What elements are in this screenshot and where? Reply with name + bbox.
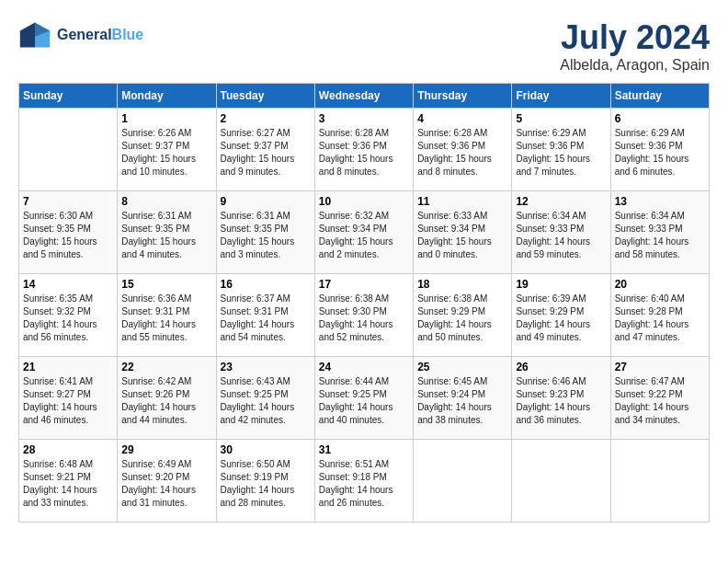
day-cell: 22Sunrise: 6:42 AMSunset: 9:26 PMDayligh… bbox=[118, 357, 216, 440]
day-number: 17 bbox=[319, 278, 409, 291]
day-cell: 11Sunrise: 6:33 AMSunset: 9:34 PMDayligh… bbox=[414, 191, 512, 274]
day-number: 18 bbox=[417, 278, 507, 291]
calendar-table: SundayMondayTuesdayWednesdayThursdayFrid… bbox=[18, 83, 710, 523]
header-row: SundayMondayTuesdayWednesdayThursdayFrid… bbox=[19, 84, 710, 109]
day-info: Sunrise: 6:32 AMSunset: 9:34 PMDaylight:… bbox=[319, 210, 409, 261]
logo-general: General bbox=[57, 27, 112, 42]
day-info: Sunrise: 6:34 AMSunset: 9:33 PMDaylight:… bbox=[516, 210, 606, 261]
day-number: 4 bbox=[417, 112, 507, 125]
day-number: 5 bbox=[516, 112, 606, 125]
day-number: 10 bbox=[319, 195, 409, 208]
day-info: Sunrise: 6:41 AMSunset: 9:27 PMDaylight:… bbox=[23, 375, 113, 427]
day-cell bbox=[414, 440, 512, 523]
day-cell: 10Sunrise: 6:32 AMSunset: 9:34 PMDayligh… bbox=[314, 191, 413, 274]
day-info: Sunrise: 6:47 AMSunset: 9:22 PMDaylight:… bbox=[615, 375, 705, 427]
day-number: 13 bbox=[615, 195, 705, 208]
week-row-3: 14Sunrise: 6:35 AMSunset: 9:32 PMDayligh… bbox=[19, 274, 710, 357]
day-info: Sunrise: 6:43 AMSunset: 9:25 PMDaylight:… bbox=[221, 375, 311, 427]
day-info: Sunrise: 6:38 AMSunset: 9:29 PMDaylight:… bbox=[417, 293, 507, 344]
day-info: Sunrise: 6:31 AMSunset: 9:35 PMDaylight:… bbox=[221, 210, 311, 261]
day-number: 20 bbox=[615, 278, 705, 291]
location-title: Albelda, Aragon, Spain bbox=[560, 57, 710, 74]
day-cell: 26Sunrise: 6:46 AMSunset: 9:23 PMDayligh… bbox=[512, 357, 610, 440]
week-row-5: 28Sunrise: 6:48 AMSunset: 9:21 PMDayligh… bbox=[19, 440, 710, 523]
day-number: 19 bbox=[516, 278, 606, 291]
day-info: Sunrise: 6:39 AMSunset: 9:29 PMDaylight:… bbox=[516, 293, 606, 344]
day-number: 6 bbox=[615, 112, 705, 125]
day-cell: 15Sunrise: 6:36 AMSunset: 9:31 PMDayligh… bbox=[118, 274, 216, 357]
day-number: 11 bbox=[417, 195, 507, 208]
day-number: 23 bbox=[221, 361, 311, 373]
day-cell: 14Sunrise: 6:35 AMSunset: 9:32 PMDayligh… bbox=[19, 274, 118, 357]
day-cell: 29Sunrise: 6:49 AMSunset: 9:20 PMDayligh… bbox=[118, 440, 216, 523]
logo: GeneralBlue bbox=[18, 18, 143, 52]
svg-marker-1 bbox=[20, 23, 35, 48]
day-info: Sunrise: 6:49 AMSunset: 9:20 PMDaylight:… bbox=[121, 458, 211, 510]
day-info: Sunrise: 6:45 AMSunset: 9:24 PMDaylight:… bbox=[417, 375, 507, 427]
day-info: Sunrise: 6:48 AMSunset: 9:21 PMDaylight:… bbox=[23, 458, 113, 510]
day-number: 25 bbox=[417, 361, 507, 373]
day-cell: 24Sunrise: 6:44 AMSunset: 9:25 PMDayligh… bbox=[314, 357, 413, 440]
header-cell-saturday: Saturday bbox=[610, 84, 709, 109]
day-number: 16 bbox=[221, 278, 311, 291]
header-cell-friday: Friday bbox=[512, 84, 610, 109]
week-row-1: 1Sunrise: 6:26 AMSunset: 9:37 PMDaylight… bbox=[19, 109, 710, 191]
day-number: 9 bbox=[221, 195, 311, 208]
header-cell-tuesday: Tuesday bbox=[216, 84, 314, 109]
day-info: Sunrise: 6:44 AMSunset: 9:25 PMDaylight:… bbox=[319, 375, 409, 427]
day-info: Sunrise: 6:42 AMSunset: 9:26 PMDaylight:… bbox=[121, 375, 211, 427]
day-cell: 2Sunrise: 6:27 AMSunset: 9:37 PMDaylight… bbox=[216, 109, 314, 191]
calendar-body: 1Sunrise: 6:26 AMSunset: 9:37 PMDaylight… bbox=[19, 109, 710, 523]
day-info: Sunrise: 6:38 AMSunset: 9:30 PMDaylight:… bbox=[319, 293, 409, 344]
day-cell: 6Sunrise: 6:29 AMSunset: 9:36 PMDaylight… bbox=[610, 109, 709, 191]
day-number: 1 bbox=[121, 112, 211, 125]
day-cell: 3Sunrise: 6:28 AMSunset: 9:36 PMDaylight… bbox=[314, 109, 413, 191]
day-cell: 25Sunrise: 6:45 AMSunset: 9:24 PMDayligh… bbox=[414, 357, 512, 440]
day-cell: 1Sunrise: 6:26 AMSunset: 9:37 PMDaylight… bbox=[118, 109, 216, 191]
day-cell: 17Sunrise: 6:38 AMSunset: 9:30 PMDayligh… bbox=[314, 274, 413, 357]
day-number: 14 bbox=[23, 278, 113, 291]
day-cell: 23Sunrise: 6:43 AMSunset: 9:25 PMDayligh… bbox=[216, 357, 314, 440]
day-cell: 13Sunrise: 6:34 AMSunset: 9:33 PMDayligh… bbox=[610, 191, 709, 274]
day-cell: 12Sunrise: 6:34 AMSunset: 9:33 PMDayligh… bbox=[512, 191, 610, 274]
day-cell: 18Sunrise: 6:38 AMSunset: 9:29 PMDayligh… bbox=[414, 274, 512, 357]
day-cell: 5Sunrise: 6:29 AMSunset: 9:36 PMDaylight… bbox=[512, 109, 610, 191]
day-cell: 31Sunrise: 6:51 AMSunset: 9:18 PMDayligh… bbox=[314, 440, 413, 523]
day-number: 26 bbox=[516, 361, 606, 373]
day-info: Sunrise: 6:26 AMSunset: 9:37 PMDaylight:… bbox=[121, 127, 211, 178]
page-header: GeneralBlue July 2024 Albelda, Aragon, S… bbox=[18, 18, 710, 74]
day-cell: 30Sunrise: 6:50 AMSunset: 9:19 PMDayligh… bbox=[216, 440, 314, 523]
day-number: 27 bbox=[615, 361, 705, 373]
day-number: 31 bbox=[319, 443, 409, 456]
day-info: Sunrise: 6:36 AMSunset: 9:31 PMDaylight:… bbox=[121, 293, 211, 344]
day-info: Sunrise: 6:50 AMSunset: 9:19 PMDaylight:… bbox=[221, 458, 311, 510]
day-cell: 19Sunrise: 6:39 AMSunset: 9:29 PMDayligh… bbox=[512, 274, 610, 357]
day-info: Sunrise: 6:29 AMSunset: 9:36 PMDaylight:… bbox=[516, 127, 606, 178]
header-cell-thursday: Thursday bbox=[414, 84, 512, 109]
day-number: 3 bbox=[319, 112, 409, 125]
day-number: 28 bbox=[23, 443, 113, 456]
month-title: July 2024 bbox=[560, 18, 710, 57]
day-cell: 4Sunrise: 6:28 AMSunset: 9:36 PMDaylight… bbox=[414, 109, 512, 191]
day-number: 2 bbox=[221, 112, 311, 125]
title-block: July 2024 Albelda, Aragon, Spain bbox=[560, 18, 710, 74]
header-cell-sunday: Sunday bbox=[19, 84, 118, 109]
day-info: Sunrise: 6:30 AMSunset: 9:35 PMDaylight:… bbox=[23, 210, 113, 261]
day-info: Sunrise: 6:29 AMSunset: 9:36 PMDaylight:… bbox=[615, 127, 705, 178]
logo-text: GeneralBlue bbox=[57, 27, 143, 43]
day-number: 30 bbox=[221, 443, 311, 456]
day-info: Sunrise: 6:35 AMSunset: 9:32 PMDaylight:… bbox=[23, 293, 113, 344]
day-info: Sunrise: 6:51 AMSunset: 9:18 PMDaylight:… bbox=[319, 458, 409, 510]
day-info: Sunrise: 6:33 AMSunset: 9:34 PMDaylight:… bbox=[417, 210, 507, 261]
day-cell: 28Sunrise: 6:48 AMSunset: 9:21 PMDayligh… bbox=[19, 440, 118, 523]
day-info: Sunrise: 6:40 AMSunset: 9:28 PMDaylight:… bbox=[615, 293, 705, 344]
day-cell: 21Sunrise: 6:41 AMSunset: 9:27 PMDayligh… bbox=[19, 357, 118, 440]
day-info: Sunrise: 6:27 AMSunset: 9:37 PMDaylight:… bbox=[221, 127, 311, 178]
logo-icon bbox=[18, 18, 51, 52]
day-cell: 9Sunrise: 6:31 AMSunset: 9:35 PMDaylight… bbox=[216, 191, 314, 274]
logo-blue: Blue bbox=[112, 27, 144, 42]
header-cell-wednesday: Wednesday bbox=[314, 84, 413, 109]
day-cell bbox=[610, 440, 709, 523]
week-row-4: 21Sunrise: 6:41 AMSunset: 9:27 PMDayligh… bbox=[19, 357, 710, 440]
day-cell: 8Sunrise: 6:31 AMSunset: 9:35 PMDaylight… bbox=[118, 191, 216, 274]
